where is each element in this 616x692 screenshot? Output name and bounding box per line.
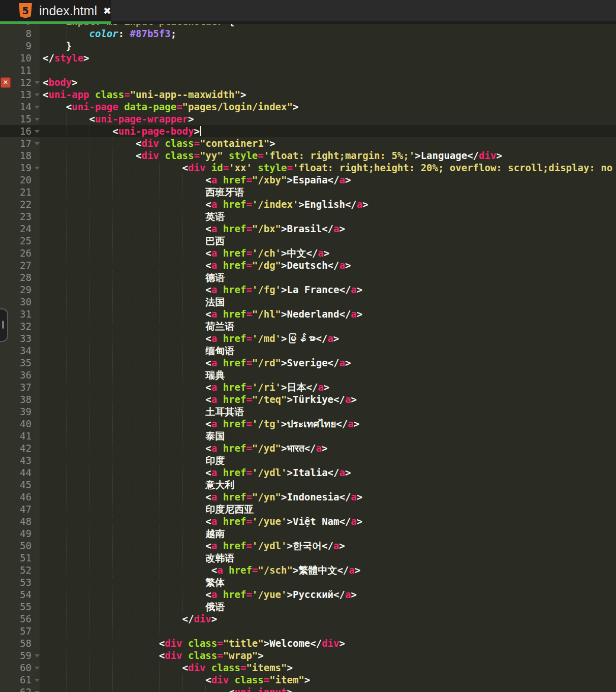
indent-guide (182, 247, 183, 259)
code-line-13[interactable]: 13<uni-app class="uni-app--maxwidth"> (0, 88, 616, 101)
code-line-24[interactable]: 24 <a href="/bx">Brasil</a> (0, 223, 616, 235)
code-line-27[interactable]: 27 <a href="/dg">Deutsch</a> (0, 259, 616, 271)
code-line-18[interactable]: 18 <div class="yy" style='float: right;m… (0, 149, 616, 162)
code-line-51[interactable]: 51 改韩语 (0, 552, 616, 564)
code-line-39[interactable]: 39 土耳其语 (0, 405, 616, 418)
code-line-29[interactable]: 29 <a href='/fg'>La France</a> (0, 284, 616, 296)
code-line-14[interactable]: 14 <uni-page data-page="pages/login/inde… (0, 101, 616, 113)
fold-arrow-icon[interactable] (32, 162, 43, 174)
code-line-61[interactable]: 61 <div class="item"> (0, 674, 616, 686)
code-line-43[interactable]: 43 印度 (0, 454, 616, 466)
code-text: <a href='/fg'>La France</a> (43, 284, 616, 296)
code-editor[interactable]: 7 input:-ms-input-placeholder {8 color: … (0, 0, 616, 692)
code-line-53[interactable]: 53 繁体 (0, 576, 616, 588)
code-line-33[interactable]: 33 <a href='/md'>မြန်မာ</a> (0, 332, 616, 344)
code-line-36[interactable]: 36 瑞典 (0, 369, 616, 381)
fold-gutter (32, 149, 43, 162)
code-line-22[interactable]: 22 <a href='/index'>English</a> (0, 198, 616, 210)
tab-index-html[interactable]: 5 index.html ✖ (0, 0, 111, 21)
indent-guide (112, 613, 113, 625)
fold-arrow-icon[interactable] (32, 662, 43, 674)
code-text: 瑞典 (43, 369, 616, 381)
indent-guide (182, 308, 183, 320)
indent-guide (89, 223, 90, 235)
code-line-11[interactable]: 11 (0, 64, 616, 76)
code-line-37[interactable]: 37 <a href='/ri'>日本</a> (0, 381, 616, 393)
code-line-58[interactable]: 58 <div class="title">Welcome</div> (0, 637, 616, 649)
code-line-23[interactable]: 23 英语 (0, 210, 616, 223)
fold-arrow-icon[interactable] (32, 137, 43, 149)
fold-arrow-icon[interactable] (32, 649, 43, 662)
code-line-32[interactable]: 32 荷兰语 (0, 320, 616, 332)
indent-guide (89, 186, 90, 198)
code-line-20[interactable]: 20 <a href="/xby">España</a> (0, 174, 616, 186)
code-line-28[interactable]: 28 德语 (0, 271, 616, 284)
code-line-21[interactable]: 21 西班牙语 (0, 186, 616, 198)
fold-gutter (32, 332, 43, 344)
code-line-44[interactable]: 44 <a href='/ydl'>Italia</a> (0, 466, 616, 479)
code-line-34[interactable]: 34 缅甸语 (0, 344, 616, 357)
indent-guide (89, 466, 90, 479)
code-line-16[interactable]: 16 <uni-page-body> (0, 125, 616, 137)
code-line-50[interactable]: 50 <a href='/ydl'>한국어</a> (0, 540, 616, 552)
code-line-41[interactable]: 41 泰国 (0, 430, 616, 442)
code-line-26[interactable]: 26 <a href='/ch'>中文</a> (0, 247, 616, 259)
code-line-62[interactable]: 62 <uni-input> (0, 686, 616, 692)
code-line-57[interactable]: 57 (0, 625, 616, 637)
code-line-9[interactable]: 9 } (0, 40, 616, 52)
code-line-25[interactable]: 25 巴西 (0, 235, 616, 247)
indent-guide (136, 515, 136, 527)
indent-guide (112, 491, 113, 503)
code-line-31[interactable]: 31 <a href="/hl">Nederland</a> (0, 308, 616, 320)
fold-gutter (32, 223, 43, 235)
indent-guide (159, 442, 160, 454)
code-line-19[interactable]: 19 <div id='xx' style='float: right;heig… (0, 162, 616, 174)
code-line-55[interactable]: 55 俄语 (0, 601, 616, 613)
code-line-60[interactable]: 60 <div class="items"> (0, 662, 616, 674)
fold-arrow-icon[interactable] (32, 125, 43, 137)
close-icon[interactable]: ✖ (103, 5, 111, 16)
code-line-45[interactable]: 45 意大利 (0, 479, 616, 491)
code-line-49[interactable]: 49 越南 (0, 527, 616, 540)
code-line-56[interactable]: 56 </div> (0, 613, 616, 625)
indent-guide (159, 588, 160, 601)
fold-arrow-icon[interactable] (32, 686, 43, 692)
code-line-35[interactable]: 35 <a href="/rd">Sverige</a> (0, 357, 616, 369)
fold-arrow-icon[interactable] (32, 674, 43, 686)
code-line-10[interactable]: 10</style> (0, 52, 616, 64)
code-line-46[interactable]: 46 <a href="/yn">Indonesia</a> (0, 491, 616, 503)
indent-guide (136, 503, 136, 515)
indent-guide (66, 137, 67, 149)
handle-grip-icon (2, 321, 4, 329)
code-line-47[interactable]: 47 印度尼西亚 (0, 503, 616, 515)
code-line-42[interactable]: 42 <a href="/yd">भारत</a> (0, 442, 616, 454)
code-line-8[interactable]: 8 color: #87b5f3; (0, 27, 616, 40)
indent-guide (159, 186, 160, 198)
code-line-38[interactable]: 38 <a href="/teq">Türkiye</a> (0, 393, 616, 405)
code-line-30[interactable]: 30 法国 (0, 296, 616, 308)
indent-guide (182, 369, 183, 381)
indent-guide (66, 149, 67, 162)
indent-guide (66, 466, 67, 479)
code-line-17[interactable]: 17 <div class="container1"> (0, 137, 616, 149)
indent-guide (112, 210, 113, 223)
code-line-54[interactable]: 54 <a href='/yue'>Русский</a> (0, 588, 616, 601)
indent-guide (159, 479, 160, 491)
code-line-52[interactable]: 52 <a href="/sch">繁體中文</a> (0, 564, 616, 576)
fold-arrow-icon[interactable] (32, 113, 43, 125)
fold-arrow-icon[interactable] (32, 76, 43, 88)
fold-arrow-icon[interactable] (32, 101, 43, 113)
side-panel-handle[interactable] (0, 308, 8, 342)
indent-guide (205, 686, 206, 692)
code-line-59[interactable]: 59 <div class="wrap"> (0, 649, 616, 662)
line-number: 9 (0, 40, 32, 52)
code-line-48[interactable]: 48 <a href='/yue'>Việt Nam</a> (0, 515, 616, 527)
indent-guide (89, 174, 90, 186)
code-text: 英语 (43, 210, 616, 223)
code-text: color: #87b5f3; (43, 27, 616, 40)
code-line-40[interactable]: 40 <a href='/tg'>ประเทศไทย</a> (0, 418, 616, 430)
code-line-12[interactable]: 12✕<body> (0, 76, 616, 88)
fold-arrow-icon[interactable] (32, 88, 43, 101)
code-line-15[interactable]: 15 <uni-page-wrapper> (0, 113, 616, 125)
indent-guide (89, 588, 90, 601)
